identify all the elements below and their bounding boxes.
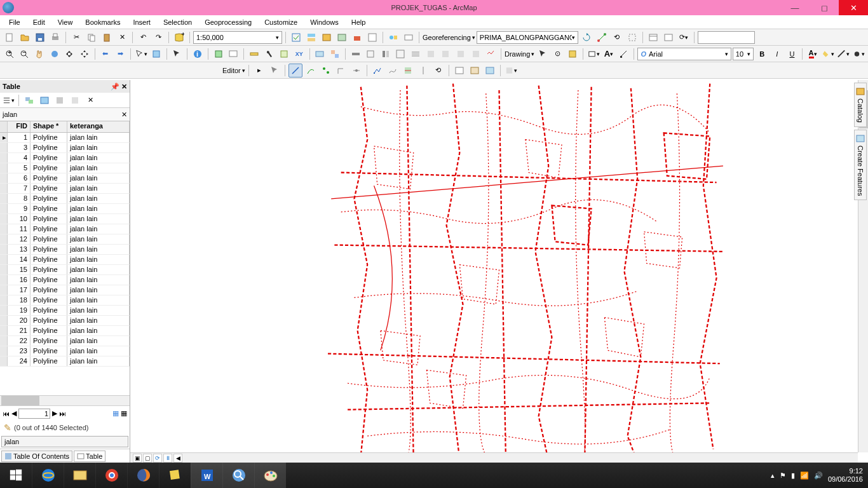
marker-color-icon[interactable]: ▾ (851, 47, 865, 61)
select-features-icon[interactable]: ▾ (134, 47, 148, 61)
scale-combo[interactable]: 1:50,000▾ (193, 31, 282, 44)
column-shape[interactable]: Shape * (31, 121, 67, 132)
table-row[interactable]: 5Polylinejalan lain (0, 163, 130, 173)
tray-battery-icon[interactable]: ▮ (791, 471, 795, 480)
draw-text-icon[interactable]: A▾ (602, 47, 616, 61)
taskbar-ie-icon[interactable] (32, 463, 64, 488)
table-row[interactable]: 17Polylinejalan lain (0, 285, 130, 295)
draw-rectangle-icon[interactable]: ▾ (587, 47, 600, 61)
table-row[interactable]: 6Polylinejalan lain (0, 173, 130, 184)
menu-bookmarks[interactable]: Bookmarks (80, 17, 125, 27)
table-row[interactable]: 13Polylinejalan lain (0, 245, 130, 255)
print-icon[interactable] (48, 30, 62, 44)
georef-view-link-icon[interactable] (661, 30, 675, 44)
effects-icon-7[interactable] (439, 47, 453, 61)
table-row[interactable]: 22Polylinejalan lain (0, 336, 130, 346)
reshape-icon[interactable] (386, 64, 400, 78)
taskbar-chrome-icon[interactable] (95, 463, 127, 488)
menu-edit[interactable]: Edit (28, 17, 50, 27)
show-selected-icon[interactable]: ▦ (121, 409, 127, 417)
pause-drawing-icon[interactable]: ⏸ (163, 454, 172, 463)
fill-color-icon[interactable]: ▾ (821, 47, 835, 61)
menu-help[interactable]: Help (346, 17, 371, 27)
georef-auto-icon[interactable]: ⟲ (610, 30, 624, 44)
georef-select-icon[interactable] (625, 30, 639, 44)
font-size-combo[interactable]: 10▾ (733, 48, 754, 60)
split-icon[interactable] (416, 64, 430, 78)
arc-segment-icon[interactable] (304, 64, 318, 78)
layer-tab[interactable]: jalan (1, 436, 128, 447)
identify-icon[interactable]: i (191, 47, 205, 61)
close-layer-table-icon[interactable]: ✕ (121, 111, 127, 119)
georef-delete-link-icon[interactable]: ⟳▾ (677, 30, 691, 44)
redo-icon[interactable]: ↷ (151, 30, 165, 44)
start-button[interactable] (0, 463, 32, 488)
underline-button[interactable]: U (785, 47, 799, 61)
table-row[interactable]: 23Polylinejalan lain (0, 346, 130, 356)
effects-icon-2[interactable] (363, 47, 377, 61)
layout-view-button[interactable]: ▢ (143, 454, 152, 463)
time-slider-icon[interactable] (313, 47, 327, 61)
pin-icon[interactable]: 📌 (111, 83, 119, 90)
taskbar-word-icon[interactable]: W (191, 463, 222, 488)
arc-toolbox-icon[interactable] (350, 30, 364, 44)
copy-icon[interactable] (85, 30, 98, 44)
draw-edit-vertices-icon[interactable] (617, 47, 631, 61)
table-row[interactable]: 4Polylinejalan lain (0, 153, 130, 163)
show-all-icon[interactable]: ▦ (112, 409, 119, 417)
effects-icon-6[interactable] (424, 47, 438, 61)
bold-button[interactable]: B (755, 47, 769, 61)
menu-customize[interactable]: Customize (259, 17, 302, 27)
italic-button[interactable]: I (770, 47, 784, 61)
table-row[interactable]: 14Polylinejalan lain (0, 255, 130, 265)
tray-flag-icon[interactable]: ⚑ (780, 471, 786, 480)
table-row[interactable]: 3Polylinejalan lain (0, 143, 130, 153)
clear-selection-icon[interactable] (149, 47, 163, 61)
attribute-table[interactable]: FID Shape * keteranga ▸1Polylinejalan la… (0, 121, 130, 395)
zoom-in-icon[interactable]: + (3, 47, 17, 61)
table-row[interactable]: 10Polylinejalan lain (0, 214, 130, 224)
map-view[interactable]: ▣ ▢ ⟳ ⏸ ◀ (130, 80, 868, 463)
full-extent-icon[interactable] (48, 47, 62, 61)
related-tables-icon[interactable] (22, 93, 36, 107)
toc-tab[interactable]: Table Of Contents (1, 451, 72, 462)
column-fid[interactable]: FID (8, 121, 31, 132)
menu-windows[interactable]: Windows (305, 17, 344, 27)
table-row[interactable]: ▸1Polylinejalan lain (0, 133, 130, 143)
next-record-icon[interactable]: ▶ (52, 409, 57, 417)
create-features-tab[interactable]: Create Features (854, 130, 867, 200)
table-row[interactable]: 24Polylinejalan lain (0, 356, 130, 367)
rotate-tool-icon[interactable]: ⟲ (431, 64, 445, 78)
table-row[interactable]: 8Polylinejalan lain (0, 194, 130, 204)
sketch-props-icon[interactable] (468, 64, 482, 78)
close-panel-icon[interactable]: ✕ (121, 83, 127, 90)
tray-network-icon[interactable]: 📶 (800, 471, 809, 480)
menu-insert[interactable]: Insert (128, 17, 156, 27)
table-row[interactable]: 15Polylinejalan lain (0, 265, 130, 275)
taskbar-explorer-icon[interactable] (64, 463, 95, 488)
table-options-icon[interactable]: ▾ (1, 93, 15, 107)
add-data-icon[interactable]: + (172, 30, 186, 44)
forward-icon[interactable]: ➡ (113, 47, 127, 61)
edit-vertices-icon[interactable] (370, 64, 384, 78)
back-icon[interactable]: ⬅ (98, 47, 112, 61)
quick-find-input[interactable] (698, 31, 755, 44)
editor-label[interactable]: Editor (222, 67, 241, 74)
zoom-selected-icon[interactable]: ✕ (83, 93, 97, 107)
fixed-zoom-in-icon[interactable] (63, 47, 77, 61)
table-row[interactable]: 21Polylinejalan lain (0, 326, 130, 336)
fixed-zoom-out-icon[interactable] (78, 47, 92, 61)
save-icon[interactable] (33, 30, 47, 44)
measure-icon[interactable] (247, 47, 261, 61)
georef-link-table-icon[interactable] (646, 30, 660, 44)
effects-icon-8[interactable] (454, 47, 468, 61)
find-route-icon[interactable] (277, 47, 291, 61)
tray-clock[interactable]: 9:12 09/06/2016 (828, 467, 863, 484)
cut-polygons-icon[interactable] (401, 64, 415, 78)
font-combo[interactable]: OArial▾ (637, 48, 731, 60)
georef-add-point-icon[interactable] (595, 30, 609, 44)
draw-select-icon[interactable] (536, 47, 550, 61)
drawing-label[interactable]: Drawing (505, 50, 530, 58)
editor-options-icon[interactable]: ▾ (504, 64, 518, 78)
hyperlink-icon[interactable] (212, 47, 226, 61)
